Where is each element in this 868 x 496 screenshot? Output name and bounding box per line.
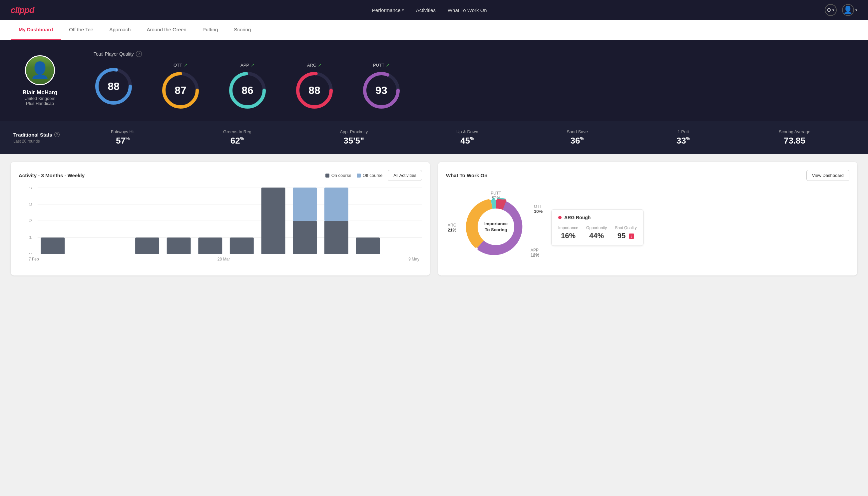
subnav-putting[interactable]: Putting <box>194 20 226 40</box>
wtwo-content: PUTT 57% OTT 10% APP 12% ARG 21% <box>446 188 849 267</box>
svg-rect-27 <box>293 221 317 254</box>
divider <box>80 51 80 110</box>
svg-rect-21 <box>41 237 65 254</box>
score-card-putt: PUTT ↗ 93 <box>348 62 415 110</box>
down-badge: ↓ <box>629 233 634 239</box>
tpq-value: 88 <box>108 80 120 93</box>
shot-quality-metric: Shot Quality 95 ↓ <box>615 226 636 240</box>
svg-rect-25 <box>230 237 254 254</box>
svg-rect-22 <box>135 237 159 254</box>
stat-fairways-hit: Fairways Hit 57% <box>111 129 135 146</box>
wtwo-header: What To Work On View Dashboard <box>446 170 849 181</box>
donut-chart-container: PUTT 57% OTT 10% APP 12% ARG 21% <box>446 188 546 267</box>
nav-links: Performance ▾ Activities What To Work On <box>372 7 487 13</box>
ott-value: 87 <box>175 84 187 97</box>
chart-legend: On course Off course <box>326 173 383 178</box>
ring-tpq: 88 <box>94 66 133 106</box>
trend-up-icon: ↗ <box>318 62 322 68</box>
chart-title: Activity - 3 Months - Weekly <box>19 173 84 178</box>
wtwo-title: What To Work On <box>446 173 487 178</box>
chart-header: Activity - 3 Months - Weekly On course O… <box>19 170 422 181</box>
stats-label-group: Traditional Stats ? Last 20 rounds <box>13 132 67 143</box>
putt-label: ARG 21% <box>448 223 456 233</box>
sub-nav: My Dashboard Off the Tee Approach Around… <box>0 20 868 40</box>
stat-scoring-average: Scoring Average 73.85 <box>779 129 810 146</box>
stats-items: Fairways Hit 57% Greens In Reg 62% App. … <box>67 129 855 146</box>
score-card-tpq: 88 <box>94 66 147 106</box>
score-rings: 88 OTT ↗ 87 <box>94 62 855 110</box>
player-country: United Kingdom <box>25 96 56 101</box>
svg-point-36 <box>475 248 478 250</box>
view-dashboard-button[interactable]: View Dashboard <box>806 170 849 181</box>
score-card-app: APP ↗ 86 <box>214 62 281 110</box>
trend-up-icon: ↗ <box>184 62 188 68</box>
subnav-off-the-tee[interactable]: Off the Tee <box>61 20 101 40</box>
legend-off-course: Off course <box>357 173 383 178</box>
app-label: OTT 10% <box>534 204 542 214</box>
subnav-around-the-green[interactable]: Around the Green <box>139 20 194 40</box>
info-card-title-text: ARG Rough <box>564 215 590 220</box>
svg-text:1: 1 <box>29 235 33 240</box>
svg-text:2: 2 <box>29 219 33 223</box>
chevron-down-icon: ▾ <box>855 8 857 12</box>
app-label: APP ↗ <box>240 62 254 68</box>
svg-text:To Scoring: To Scoring <box>485 227 507 232</box>
user-icon: 👤 <box>842 4 854 16</box>
x-label-1: 7 Feb <box>29 257 39 262</box>
chevron-down-icon: ▾ <box>402 8 404 12</box>
importance-metric: Importance 16% <box>558 226 578 240</box>
tpq-label: Total Player Quality ? <box>94 51 855 57</box>
main-content: Activity - 3 Months - Weekly On course O… <box>0 154 868 283</box>
ring-arg: 88 <box>295 70 334 110</box>
chart-area: 4 3 2 1 0 <box>19 188 422 254</box>
ring-app: 86 <box>227 70 267 110</box>
red-dot-icon <box>558 216 562 219</box>
add-button[interactable]: ⊕ ▾ <box>825 4 837 16</box>
arg-label: ARG ↗ <box>307 62 322 68</box>
ring-ott: 87 <box>160 70 201 110</box>
nav-activities[interactable]: Activities <box>416 7 436 13</box>
chart-x-labels: 7 Feb 28 Mar 9 May <box>19 254 422 262</box>
ott-label: PUTT 57% <box>491 191 501 201</box>
svg-text:3: 3 <box>29 202 33 206</box>
svg-text:Importance: Importance <box>484 221 508 226</box>
arg-label: APP 12% <box>531 248 539 258</box>
ring-putt: 93 <box>361 70 401 110</box>
svg-rect-23 <box>167 237 191 254</box>
subnav-approach[interactable]: Approach <box>101 20 139 40</box>
bar-chart: 4 3 2 1 0 <box>19 188 422 254</box>
svg-rect-29 <box>325 221 348 254</box>
donut-center: Importance To Scoring <box>463 193 529 262</box>
nav-what-to-work-on[interactable]: What To Work On <box>448 7 487 13</box>
top-nav: clippd Performance ▾ Activities What To … <box>0 0 868 20</box>
svg-point-38 <box>506 198 508 201</box>
player-handicap: Plus Handicap <box>26 101 54 106</box>
x-label-3: 9 May <box>408 257 419 262</box>
svg-rect-24 <box>198 237 222 254</box>
nav-performance[interactable]: Performance ▾ <box>372 7 404 13</box>
stats-help-icon[interactable]: ? <box>54 132 60 137</box>
stats-subtitle: Last 20 rounds <box>13 139 67 143</box>
avatar <box>25 55 55 85</box>
subnav-my-dashboard[interactable]: My Dashboard <box>11 20 61 40</box>
scores-section: Total Player Quality ? 88 <box>94 51 855 110</box>
logo[interactable]: clippd <box>11 5 34 15</box>
arg-value: 88 <box>309 84 320 97</box>
score-card-arg: ARG ↗ 88 <box>281 62 348 110</box>
svg-text:4: 4 <box>29 188 33 190</box>
subnav-scoring[interactable]: Scoring <box>226 20 259 40</box>
svg-point-32 <box>478 208 514 245</box>
arg-rough-card: ARG Rough Importance 16% Opportunity 44%… <box>551 209 644 246</box>
off-course-dot <box>357 173 361 177</box>
stats-bar: Traditional Stats ? Last 20 rounds Fairw… <box>0 121 868 154</box>
svg-rect-26 <box>261 188 285 254</box>
all-activities-button[interactable]: All Activities <box>388 170 422 181</box>
score-card-ott: OTT ↗ 87 <box>147 62 214 110</box>
user-menu-button[interactable]: 👤 ▾ <box>842 4 857 16</box>
nav-right: ⊕ ▾ 👤 ▾ <box>825 4 857 16</box>
svg-text:0: 0 <box>29 252 33 254</box>
stat-app-proximity: App. Proximity 35'5" <box>340 129 368 146</box>
help-icon[interactable]: ? <box>136 51 142 57</box>
svg-rect-28 <box>293 188 317 221</box>
activity-chart-card: Activity - 3 Months - Weekly On course O… <box>11 162 430 276</box>
